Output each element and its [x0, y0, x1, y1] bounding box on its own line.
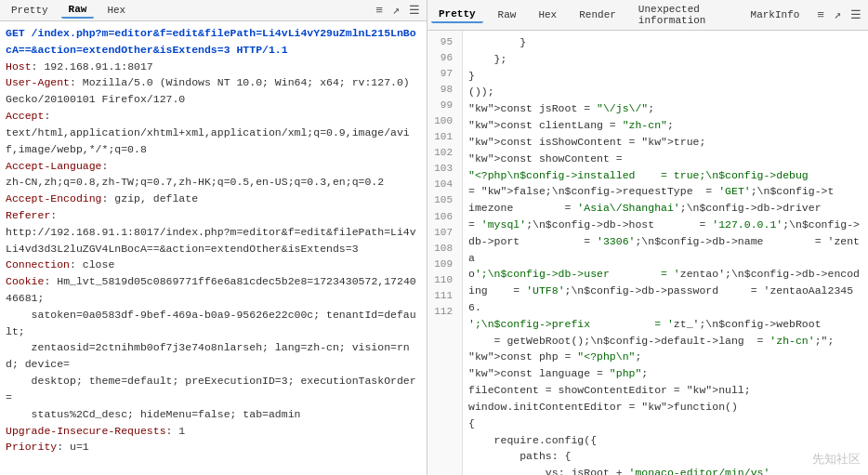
code-line: "kw">const showContent =: [468, 151, 862, 167]
left-tab-icons: ≡ ↗ ☰: [373, 2, 423, 19]
code-line: ());: [468, 84, 862, 100]
right-panel: Pretty Raw Hex Render Unexpected informa…: [427, 0, 868, 475]
code-line: }: [468, 34, 862, 51]
code-lines: } };}());"kw">const jsRoot = "\/js\/";"k…: [463, 31, 868, 475]
tab-render-right[interactable]: Render: [572, 7, 624, 22]
header-cookie: Cookie: Hm_lvt_5819d05c0869771ff6e6a81cd…: [6, 273, 421, 422]
line-number: 101: [427, 129, 458, 145]
code-line: "kw">const language = "php";: [468, 365, 862, 382]
export-icon-left[interactable]: ↗: [389, 2, 402, 19]
line-number: 109: [427, 257, 458, 272]
code-line: paths: {: [468, 448, 862, 465]
line-number: 112: [427, 304, 458, 320]
left-panel: Pretty Raw Hex ≡ ↗ ☰ GET /index.php?m=ed…: [0, 0, 427, 475]
code-line: }: [468, 68, 862, 85]
code-line: ';\n$config->prefix = 'zt_';\n$config->w…: [468, 316, 862, 333]
code-line: {: [468, 416, 862, 432]
header-accept-value: text/html,application/xhtml+xml,applicat…: [6, 125, 421, 158]
request-line: GET /index.php?m=editor&f=edit&filePath=…: [6, 25, 421, 59]
code-line: = getWebRoot();\n$config->default->lang …: [468, 333, 862, 350]
line-numbers: 9596979899100101102103104105106107108109…: [427, 31, 463, 475]
code-line: "<?php\n$config->installed = true;\n$con…: [468, 167, 862, 184]
line-number: 105: [427, 192, 458, 208]
menu-icon-left[interactable]: ☰: [406, 2, 423, 19]
line-number: 106: [427, 209, 458, 225]
line-number: 95: [427, 34, 458, 50]
line-number: 102: [427, 145, 458, 161]
code-line: "kw">const php = "<?php\n";: [468, 349, 862, 365]
code-line: o';\n$config->db->user = 'zentao';\n$con…: [468, 266, 862, 283]
code-line: require.config({: [468, 432, 862, 449]
menu-icon-right[interactable]: ☰: [848, 7, 864, 23]
code-line: vs: jsRoot + 'monaco-editor/min/vs': [468, 465, 862, 475]
line-number: 111: [427, 288, 458, 304]
line-number: 98: [427, 82, 458, 98]
code-view: 9596979899100101102103104105106107108109…: [427, 31, 868, 475]
code-line: imezone = 'Asia\/Shanghai';\n$config->db…: [468, 200, 862, 217]
code-line: "kw">const clientLang = "zh-cn";: [468, 117, 862, 134]
code-line: = 'mysql';\n$config->db->host = '127.0.0…: [468, 217, 862, 233]
header-connection: Connection: close: [6, 257, 421, 273]
header-upgrade: Upgrade-Insecure-Requests: 1: [6, 423, 421, 440]
line-number: 100: [427, 113, 458, 129]
code-line: ing = 'UTF8';\n$config->db->password = '…: [468, 283, 862, 316]
line-number: 99: [427, 98, 458, 113]
right-tab-icons: ≡ ↗ ☰: [814, 7, 864, 23]
tab-unexpected-right[interactable]: Unexpected information: [631, 2, 736, 28]
line-number: 108: [427, 241, 458, 257]
export-icon-right[interactable]: ↗: [831, 7, 844, 23]
header-referer-value: http://192.168.91.1:8017/index.php?m=edi…: [6, 224, 421, 257]
header-acceptlang: Accept-Language:: [6, 158, 421, 175]
code-line: "kw">const isShowContent = "kw">true;: [468, 134, 862, 151]
line-number: 103: [427, 161, 458, 177]
tab-pretty-left[interactable]: Pretty: [4, 3, 56, 18]
code-line: "kw">const jsRoot = "\/js\/";: [468, 100, 862, 117]
right-panel-tabs: Pretty Raw Hex Render Unexpected informa…: [427, 0, 868, 31]
header-priority: Priority: u=1: [6, 439, 421, 455]
tab-pretty-right[interactable]: Pretty: [431, 7, 483, 23]
wrap-icon-right[interactable]: ≡: [814, 7, 827, 23]
tab-hex-right[interactable]: Hex: [531, 7, 564, 22]
code-line: window.initContentEditor = "kw">function…: [468, 399, 862, 416]
tab-hex-left[interactable]: Hex: [99, 3, 133, 18]
header-accept: Accept:: [6, 108, 421, 125]
code-line: = "kw">false;\n$config->requestType = 'G…: [468, 183, 862, 200]
line-number: 107: [427, 225, 458, 241]
left-panel-content: GET /index.php?m=editor&f=edit&filePath=…: [0, 21, 427, 475]
code-line: db->port = '3306';\n$config->db->name = …: [468, 233, 862, 267]
tab-raw-right[interactable]: Raw: [491, 7, 524, 22]
header-referer: Referer:: [6, 207, 421, 224]
wrap-icon-left[interactable]: ≡: [373, 3, 386, 19]
tab-markinfo-right[interactable]: MarkInfo: [743, 7, 808, 22]
header-acceptenc: Accept-Encoding: gzip, deflate: [6, 191, 421, 207]
line-number: 104: [427, 177, 458, 192]
left-panel-tabs: Pretty Raw Hex ≡ ↗ ☰: [0, 0, 427, 21]
code-line: };: [468, 51, 862, 68]
tab-raw-left[interactable]: Raw: [61, 2, 95, 19]
line-number: 96: [427, 50, 458, 66]
line-number: 110: [427, 272, 458, 288]
header-acceptlang-value: zh-CN,zh;q=0.8,zh-TW;q=0.7,zh-HK;q=0.5,e…: [6, 174, 421, 191]
header-useragent: User-Agent: Mozilla/5.0 (Windows NT 10.0…: [6, 74, 421, 108]
code-line: fileContent = showContentEditor = "kw">n…: [468, 382, 862, 399]
line-number: 97: [427, 66, 458, 82]
header-host: Host: 192.168.91.1:8017: [6, 59, 421, 75]
